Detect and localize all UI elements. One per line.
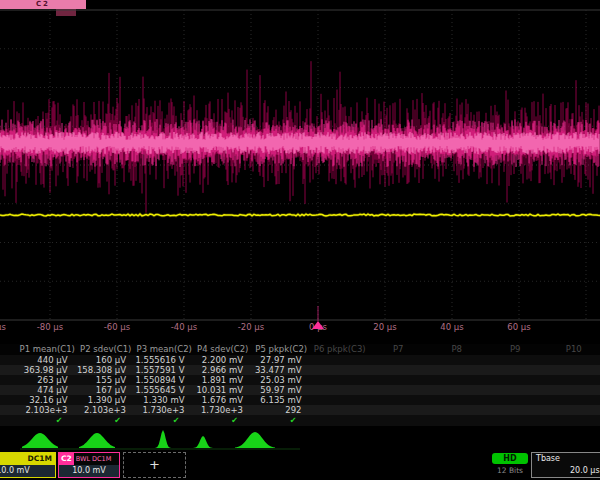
timebase-label: Tbase	[532, 453, 600, 465]
c2-noise-trace	[0, 61, 599, 213]
measure-value-cell	[311, 355, 370, 365]
timebase-descriptor[interactable]: Tbase 20.0 µs	[531, 452, 600, 478]
time-axis-label: 20 µs	[373, 322, 396, 332]
trace-label-badge[interactable]: C2	[0, 0, 86, 9]
descriptor-strip: DC1M 10.0 mV C2 BWL DC1M 10.0 mV + HD 12…	[0, 452, 600, 480]
measure-value-cell: 1.676 mV	[194, 395, 253, 405]
time-axis-label: 60 µs	[507, 322, 530, 332]
c1-trace-glow	[0, 214, 600, 216]
measure-status-checkmark-icon	[545, 415, 600, 426]
measure-value-cell: 33.477 mV	[252, 365, 311, 375]
measure-column-header[interactable]: P6 pkpk(C3)	[311, 344, 370, 355]
add-trace-button[interactable]: +	[123, 452, 186, 478]
measure-value-cell	[428, 375, 487, 385]
measure-value-cell: 2.966 mV	[194, 365, 253, 375]
measure-column-header[interactable]: P1 mean(C1)	[18, 344, 77, 355]
c2-channel-tag: C2	[59, 453, 74, 465]
measure-column-header[interactable]: P10	[545, 344, 600, 355]
histicon[interactable]	[235, 432, 275, 448]
measure-value-cell: 1.555616 V	[135, 355, 194, 365]
c1-coupling-label: DC1M	[0, 453, 55, 465]
measure-status-checkmark-icon: ✔	[194, 415, 253, 426]
measure-value-cell: 158.308 µV	[77, 365, 136, 375]
measure-value-cell: 2.103e+3	[77, 405, 136, 415]
measure-value-cell	[486, 395, 545, 405]
measure-column-header[interactable]: P2 sdev(C1)	[77, 344, 136, 355]
measure-value-cell	[369, 375, 428, 385]
time-axis-label: -80 µs	[37, 322, 63, 332]
measure-value-cell: 155 µV	[77, 375, 136, 385]
measure-column-header[interactable]: P8	[428, 344, 487, 355]
measure-value-cell: 474 µV	[18, 385, 77, 395]
measure-column-header[interactable]: P9	[486, 344, 545, 355]
time-axis-label: 0 µs	[309, 322, 327, 332]
hd-mode-badge[interactable]: HD	[492, 453, 528, 464]
measure-value-cell	[545, 405, 600, 415]
time-axis-label: -60 µs	[104, 322, 130, 332]
measure-value-cell	[545, 355, 600, 365]
time-axis: -100 µs-80 µs-60 µs-40 µs-20 µs0 µs20 µs…	[0, 321, 600, 335]
measure-column-header[interactable]: P4 sdev(C2)	[194, 344, 253, 355]
measure-value-cell: 440 µV	[18, 355, 77, 365]
measure-value-cell	[369, 365, 428, 375]
measure-value-cell	[311, 395, 370, 405]
measure-status-checkmark-icon: ✔	[135, 415, 194, 426]
measure-value-cell	[486, 365, 545, 375]
measure-value-cell	[369, 385, 428, 395]
measure-value-cell: 1.730e+3	[194, 405, 253, 415]
measure-value-cell	[369, 395, 428, 405]
measure-value-cell: 59.97 mV	[252, 385, 311, 395]
c1-trace	[0, 214, 600, 216]
measure-value-cell: 167 µV	[77, 385, 136, 395]
measure-value-cell	[486, 375, 545, 385]
measure-value-cell: 292	[252, 405, 311, 415]
measure-value-cell	[486, 405, 545, 415]
measure-value-cell	[428, 405, 487, 415]
waveform-grid	[0, 0, 600, 340]
measure-value-cell: 2.200 mV	[194, 355, 253, 365]
measure-status-checkmark-icon	[311, 415, 370, 426]
measure-status-checkmark-icon	[486, 415, 545, 426]
measure-value-cell: 160 µV	[77, 355, 136, 365]
histicon[interactable]	[22, 433, 58, 448]
histicon[interactable]	[146, 430, 180, 448]
measure-value-cell: 32.16 µV	[18, 395, 77, 405]
measure-status-checkmark-icon	[428, 415, 487, 426]
measure-value-cell	[545, 395, 600, 405]
histicon[interactable]	[79, 433, 115, 448]
measure-value-cell	[545, 375, 600, 385]
measure-column-header[interactable]: P7	[369, 344, 428, 355]
measure-value-cell	[545, 365, 600, 375]
time-axis-label: -20 µs	[238, 322, 264, 332]
channel-c2-descriptor[interactable]: C2 BWL DC1M 10.0 mV	[58, 452, 120, 478]
timebase-per-div: 20.0 µs	[532, 465, 600, 477]
measure-status-checkmark-icon	[369, 415, 428, 426]
measure-status-checkmark-icon: ✔	[252, 415, 311, 426]
c2-volts-per-div: 10.0 mV	[59, 465, 119, 477]
measure-value-cell: 10.031 mV	[194, 385, 253, 395]
measure-value-cell: 363.98 µV	[18, 365, 77, 375]
measure-value-cell: 1.390 µV	[77, 395, 136, 405]
measure-value-cell	[369, 355, 428, 365]
measure-value-cell	[428, 385, 487, 395]
measure-value-cell	[428, 395, 487, 405]
measure-value-cell: 25.03 mV	[252, 375, 311, 385]
measure-value-cell: 1.550894 V	[135, 375, 194, 385]
time-axis-label: -40 µs	[171, 322, 197, 332]
oscilloscope-screen: C2 -100 µs-80 µs-60 µs-40 µs-20 µs0 µs20…	[0, 0, 600, 480]
histicon[interactable]	[188, 436, 218, 448]
measure-value-cell	[486, 385, 545, 395]
measure-value-cell	[311, 375, 370, 385]
hd-bits-label: 12 Bits	[492, 466, 528, 476]
c2-coupling-label: BWL DC1M	[74, 455, 112, 463]
measure-value-cell	[311, 365, 370, 375]
measure-value-cell: 27.97 mV	[252, 355, 311, 365]
measurement-histicons[interactable]	[0, 428, 600, 451]
measure-value-cell	[369, 405, 428, 415]
channel-c1-descriptor[interactable]: DC1M 10.0 mV	[0, 452, 56, 478]
measure-value-cell: 2.103e+3	[18, 405, 77, 415]
measure-value-cell: 263 µV	[18, 375, 77, 385]
measure-value-cell	[545, 385, 600, 395]
measure-column-header[interactable]: P5 pkpk(C2)	[252, 344, 311, 355]
measure-column-header[interactable]: P3 mean(C2)	[135, 344, 194, 355]
